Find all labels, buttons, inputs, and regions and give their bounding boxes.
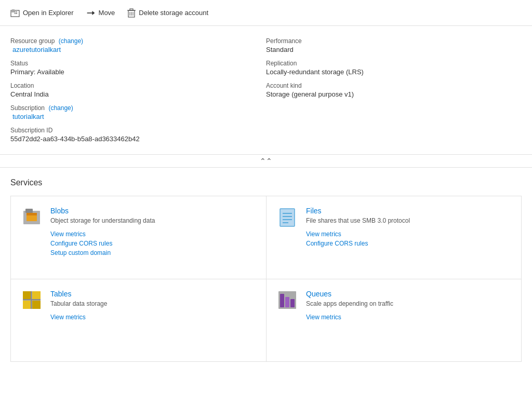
blobs-name-link[interactable]: Blobs	[50, 207, 256, 215]
subscription-id-value: 55d72dd2-aa63-434b-b5a8-ad3633462b42	[10, 135, 266, 143]
queues-links: View metrics	[306, 314, 511, 321]
svg-rect-5	[15, 13, 16, 14]
collapse-icon: ⌃⌃	[260, 157, 272, 165]
svg-rect-6	[16, 13, 17, 14]
delete-storage-account-label: Delete storage account	[139, 9, 208, 17]
replication-prop: Replication Locally-redundant storage (L…	[266, 57, 522, 79]
files-icon	[277, 207, 298, 227]
open-in-explorer-label: Open in Explorer	[23, 9, 74, 17]
tables-desc: Tabular data storage	[50, 300, 256, 307]
files-desc: File shares that use SMB 3.0 protocol	[306, 217, 511, 224]
open-in-explorer-button[interactable]: Open in Explorer	[10, 8, 74, 18]
tables-links: View metrics	[50, 314, 256, 321]
collapse-bar[interactable]: ⌃⌃	[0, 155, 532, 168]
blobs-content: Blobs Object storage for understanding d…	[50, 207, 256, 256]
subscription-label: Subscription (change)	[10, 104, 266, 112]
files-card: Files File shares that use SMB 3.0 proto…	[266, 196, 522, 279]
svg-rect-34	[285, 297, 289, 307]
queues-icon	[277, 290, 298, 310]
account-kind-prop: Account kind Storage (general purpose v1…	[266, 79, 522, 101]
blobs-desc: Object storage for understanding data	[50, 217, 256, 224]
svg-rect-29	[32, 301, 41, 309]
svg-rect-4	[16, 11, 17, 12]
status-prop: Status Primary: Available	[10, 57, 266, 79]
replication-value: Locally-redundant storage (LRS)	[266, 68, 522, 76]
queues-content: Queues Scale apps depending on traffic V…	[306, 290, 511, 321]
svg-rect-18	[26, 213, 37, 215]
files-links: View metrics Configure CORS rules	[306, 231, 511, 247]
performance-value: Standard	[266, 46, 522, 53]
account-kind-label: Account kind	[266, 82, 522, 89]
svg-rect-16	[25, 209, 33, 213]
tables-view-metrics-link[interactable]: View metrics	[50, 314, 256, 321]
resource-group-value-link[interactable]: azuretutorialkart	[12, 46, 61, 53]
files-configure-cors-link[interactable]: Configure CORS rules	[306, 240, 511, 247]
svg-rect-11	[130, 9, 133, 10]
subscription-prop: Subscription (change) tutorialkart	[10, 101, 266, 124]
blobs-icon	[21, 207, 42, 227]
move-icon	[86, 9, 96, 17]
blobs-card: Blobs Object storage for understanding d…	[10, 196, 266, 279]
queues-card: Queues Scale apps depending on traffic V…	[266, 279, 522, 362]
files-name-link[interactable]: Files	[306, 207, 511, 215]
tables-icon	[21, 290, 42, 310]
open-explorer-icon	[10, 8, 20, 18]
resource-group-prop: Resource group (change) azuretutorialkar…	[10, 34, 266, 57]
files-view-metrics-link[interactable]: View metrics	[306, 231, 511, 238]
svg-rect-28	[23, 301, 31, 309]
resource-group-change-link[interactable]: (change)	[59, 37, 83, 45]
services-title: Services	[10, 178, 522, 187]
svg-rect-26	[23, 291, 31, 300]
tables-content: Tables Tabular data storage View metrics	[50, 290, 256, 321]
tables-name-link[interactable]: Tables	[50, 290, 256, 298]
svg-rect-2	[12, 9, 15, 11]
location-value: Central India	[10, 90, 266, 98]
status-label: Status	[10, 60, 266, 67]
subscription-change-link[interactable]: (change)	[48, 104, 73, 112]
status-value: Primary: Available	[10, 68, 266, 76]
services-grid: Blobs Object storage for understanding d…	[10, 196, 522, 362]
queues-view-metrics-link[interactable]: View metrics	[306, 314, 511, 321]
location-prop: Location Central India	[10, 79, 266, 101]
svg-rect-33	[280, 294, 284, 307]
blobs-links: View metrics Configure CORS rules Setup …	[50, 231, 256, 256]
blobs-configure-cors-link[interactable]: Configure CORS rules	[50, 240, 256, 247]
toolbar: Open in Explorer Move Delete storage acc…	[0, 0, 532, 26]
performance-label: Performance	[266, 37, 522, 45]
performance-prop: Performance Standard	[266, 34, 522, 57]
services-section: Services Blobs Object storage for unders…	[0, 168, 532, 372]
replication-label: Replication	[266, 60, 522, 67]
account-kind-value: Storage (general purpose v1)	[266, 90, 522, 98]
subscription-id-prop: Subscription ID 55d72dd2-aa63-434b-b5a8-…	[10, 124, 266, 146]
queues-desc: Scale apps depending on traffic	[306, 300, 511, 307]
svg-rect-35	[290, 299, 295, 307]
svg-rect-3	[15, 11, 16, 12]
files-content: Files File shares that use SMB 3.0 proto…	[306, 207, 511, 247]
subscription-value-link[interactable]: tutorialkart	[12, 113, 44, 120]
svg-marker-8	[92, 10, 95, 15]
delete-icon	[127, 8, 136, 18]
move-button[interactable]: Move	[86, 9, 115, 17]
subscription-id-label: Subscription ID	[10, 127, 266, 134]
properties-grid: Resource group (change) azuretutorialkar…	[10, 34, 522, 146]
tables-card: Tables Tabular data storage View metrics	[10, 279, 266, 362]
location-label: Location	[10, 82, 266, 89]
svg-rect-19	[280, 209, 295, 226]
blobs-setup-domain-link[interactable]: Setup custom domain	[50, 249, 256, 256]
blobs-view-metrics-link[interactable]: View metrics	[50, 231, 256, 238]
delete-storage-account-button[interactable]: Delete storage account	[127, 8, 208, 18]
properties-section: Resource group (change) azuretutorialkar…	[0, 26, 532, 155]
queues-name-link[interactable]: Queues	[306, 290, 511, 298]
svg-rect-27	[32, 291, 41, 300]
move-label: Move	[99, 9, 115, 17]
resource-group-label: Resource group (change)	[10, 37, 266, 45]
